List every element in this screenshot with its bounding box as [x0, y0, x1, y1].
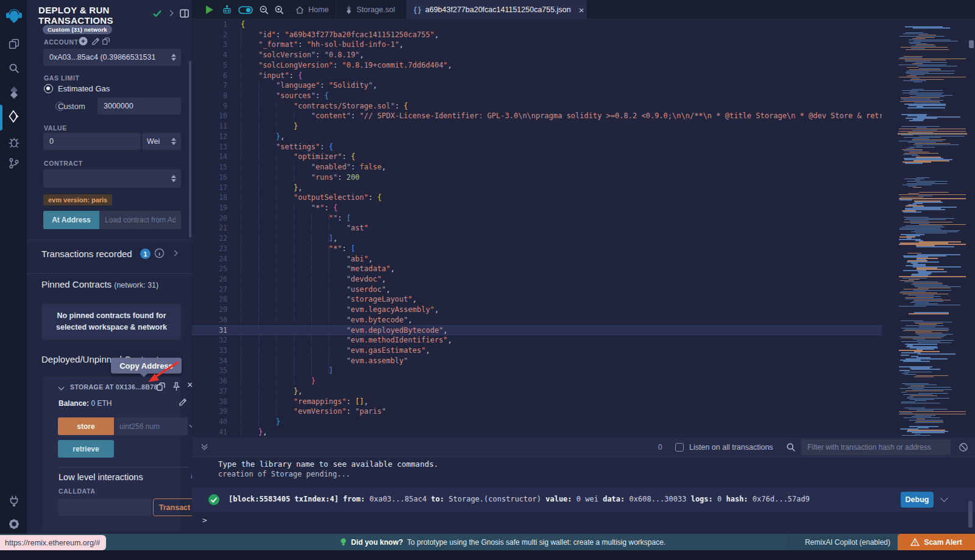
panel-scrollbar[interactable] [189, 61, 191, 238]
retrieve-button[interactable]: retrieve [58, 440, 114, 458]
tx-filter-input[interactable] [801, 439, 951, 455]
code-line[interactable]: 37 }, [192, 386, 882, 397]
code-line[interactable]: 39 "evmVersion": "paris" [192, 406, 882, 417]
tx-log-row[interactable]: [block:5583405 txIndex:4] from: 0xa03...… [192, 487, 975, 512]
store-button[interactable]: store [58, 417, 114, 435]
deploy-and-run-icon[interactable] [0, 104, 27, 129]
terminal-scrollbar[interactable] [968, 501, 973, 528]
code-line[interactable]: 17 }, [192, 183, 882, 193]
code-line[interactable]: 1{ [192, 19, 882, 30]
ai-copilot-robot-icon[interactable] [221, 4, 233, 15]
search-icon[interactable] [0, 56, 27, 80]
estimated-gas-radio[interactable] [44, 84, 53, 93]
code-line[interactable]: 38 "remappings": [], [192, 397, 882, 407]
code-line[interactable]: 11 } [192, 121, 882, 132]
clear-console-icon[interactable] [959, 442, 968, 452]
code-line[interactable]: 36 } [192, 376, 882, 386]
terminal-search-icon[interactable] [786, 442, 796, 452]
code-line[interactable]: 21 "ast" [192, 223, 882, 233]
file-explorer-icon[interactable] [0, 32, 27, 56]
account-select[interactable]: 0xA03...85ac4 (0.39866531531 [43, 49, 181, 66]
code-line[interactable]: 3 "_format": "hh-sol-build-info-1", [192, 40, 882, 50]
listen-all-checkbox[interactable] [675, 443, 684, 452]
contract-stepper-icon[interactable] [171, 175, 176, 182]
code-line[interactable]: 9 "contracts/Storage.sol": { [192, 101, 882, 112]
account-stepper-icon[interactable] [171, 54, 176, 61]
code-line[interactable]: 24 "abi", [192, 254, 882, 264]
code-line[interactable]: 19 "*": { [192, 203, 882, 213]
code-line[interactable]: 5 "solcLongVersion": "0.8.19+commit.7dd6… [192, 60, 882, 71]
pin-contract-icon[interactable] [172, 381, 181, 392]
solidity-compiler-icon[interactable] [0, 80, 27, 105]
code-line[interactable]: 13 "settings": { [192, 142, 882, 152]
remix-logo-icon[interactable] [0, 2, 27, 29]
tx-recorded-expand-icon[interactable] [172, 250, 178, 257]
code-line[interactable]: 26 "devdoc", [192, 274, 882, 285]
calldata-input[interactable] [58, 498, 151, 516]
code-line[interactable]: 6 "input": { [192, 71, 882, 81]
panel-next-icon[interactable] [168, 10, 174, 16]
code-line[interactable]: 8 "sources": { [192, 91, 882, 101]
copy-account-icon[interactable] [102, 37, 110, 46]
code-line[interactable]: 22 ], [192, 233, 882, 244]
code-line[interactable]: 4 "solcVersion": "0.8.19", [192, 50, 882, 60]
tab-build-info-json[interactable]: { } a69b43f277ba20fcac141151250ca755.jso… [406, 0, 587, 19]
copy-address-icon[interactable] [156, 381, 166, 392]
collapse-contract-icon[interactable] [58, 385, 65, 391]
code-line[interactable]: 18 "outputSelection": { [192, 193, 882, 203]
code-line[interactable]: 28 "storageLayout", [192, 294, 882, 305]
store-arg-input[interactable] [114, 417, 188, 435]
code-line[interactable]: 14 "optimizer": { [192, 152, 882, 162]
at-address-button[interactable]: At Address [43, 211, 99, 229]
settings-gear-icon[interactable] [0, 512, 27, 536]
copilot-toggle-icon[interactable] [238, 6, 253, 14]
custom-gas-input[interactable] [98, 97, 181, 115]
plugin-manager-icon[interactable] [0, 489, 27, 513]
code-line[interactable]: 20 "": [ [192, 213, 882, 224]
run-script-icon[interactable] [206, 5, 213, 14]
code-line[interactable]: 33 "evm.gasEstimates", [192, 346, 882, 356]
code-line[interactable]: 32 "evm.methodIdentifiers", [192, 335, 882, 346]
add-account-icon[interactable] [79, 37, 88, 46]
expand-log-icon[interactable] [940, 494, 948, 502]
code-line[interactable]: 40 } [192, 417, 882, 427]
code-line[interactable]: 30 "evm.bytecode", [192, 315, 882, 325]
value-unit-select[interactable]: Wei [142, 133, 181, 150]
contract-select[interactable] [43, 169, 181, 188]
code-line[interactable]: 16 "runs": 200 [192, 172, 882, 183]
debug-button[interactable]: Debug [901, 492, 934, 508]
code-line[interactable]: 41 }, [192, 427, 882, 438]
tab-storage-sol[interactable]: Storage.sol [338, 0, 403, 19]
unit-stepper-icon[interactable] [171, 138, 176, 145]
code-line[interactable]: 34 "evm.assembly" [192, 356, 882, 366]
edit-account-icon[interactable] [91, 37, 101, 46]
info-icon[interactable] [154, 248, 165, 258]
collapse-terminal-icon[interactable] [202, 442, 207, 449]
code-line[interactable]: 2 "id": "a69b43f277ba20fcac141151250ca75… [192, 30, 882, 40]
zoom-out-icon[interactable] [259, 5, 269, 15]
transact-button[interactable]: Transact [153, 498, 192, 516]
remove-contract-icon[interactable]: × [187, 380, 192, 390]
pin-panel-icon[interactable] [180, 9, 189, 18]
code-line[interactable]: 27 "userdoc", [192, 285, 882, 295]
editor-minimap[interactable] [898, 19, 967, 438]
code-editor[interactable]: 1{2 "id": "a69b43f277ba20fcac141151250ca… [192, 19, 975, 438]
zoom-in-icon[interactable] [274, 5, 285, 15]
code-line[interactable]: 23 "*": [ [192, 244, 882, 254]
code-line[interactable]: 12 }, [192, 132, 882, 142]
tab-home[interactable]: Home [288, 0, 336, 19]
code-line[interactable]: 15 "enabled": false, [192, 162, 882, 172]
git-icon[interactable] [0, 151, 27, 175]
close-tab-icon[interactable]: × [579, 5, 584, 15]
code-line[interactable]: 25 "metadata", [192, 264, 882, 274]
scam-alert-button[interactable]: Scam Alert [898, 534, 975, 550]
code-line[interactable]: 10 "content": "// SPDX-License-Identifie… [192, 111, 882, 121]
copilot-status[interactable]: RemixAI Copilot (enabled) [786, 534, 898, 550]
editor-scrollbar[interactable] [969, 40, 974, 48]
code-line[interactable]: 31 "evm.deployedBytecode", [192, 325, 882, 336]
code-line[interactable]: 35 ] [192, 366, 882, 376]
edit-balance-icon[interactable] [179, 397, 188, 406]
at-address-input[interactable] [99, 211, 181, 229]
terminal-prompt[interactable]: > [202, 516, 207, 525]
value-input[interactable] [43, 133, 141, 150]
